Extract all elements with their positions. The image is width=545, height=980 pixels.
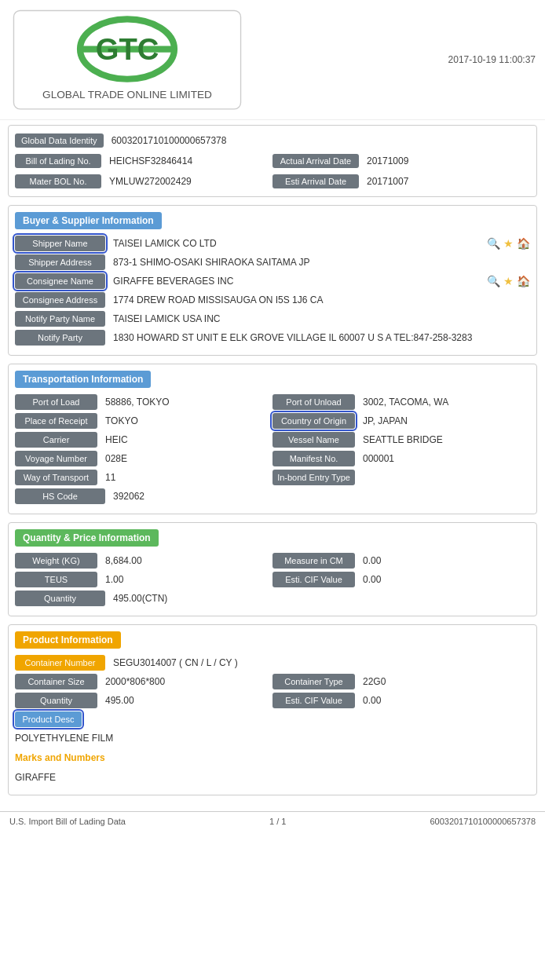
measure-col: Measure in CM 0.00: [272, 553, 530, 569]
manifest-value: 000001: [355, 451, 402, 466]
inbond-label: In-bond Entry Type: [272, 470, 355, 485]
product-qty-cif-row: Quantity 495.00 Esti. CIF Value 0.00: [15, 693, 530, 708]
carrier-label: Carrier: [15, 432, 97, 448]
port-unload-label: Port of Unload: [272, 394, 355, 410]
shipper-name-value: TAISEI LAMICK CO LTD: [105, 236, 225, 251]
place-receipt-label: Place of Receipt: [15, 413, 97, 429]
container-size-label: Container Size: [15, 674, 97, 689]
global-data-identity-label: Global Data Identity: [15, 133, 104, 148]
footer-center: 1 / 1: [269, 817, 286, 826]
bill-lading-row: Bill of Lading No. HEICHSF32846414 Actua…: [15, 151, 530, 171]
container-number-row: Container Number SEGU3014007 ( CN / L / …: [15, 655, 530, 671]
star-icon[interactable]: ★: [503, 237, 514, 250]
voyage-value: 028E: [97, 451, 135, 466]
country-origin-value: JP, JAPAN: [355, 413, 415, 429]
buyer-supplier-header: Buyer & Supplier Information: [15, 212, 162, 229]
consignee-search-icon[interactable]: 🔍: [487, 275, 500, 287]
product-qty-col: Quantity 495.00: [15, 693, 272, 708]
consignee-name-value: GIRAFFE BEVERAGES INC: [105, 273, 241, 289]
footer-right: 6003201710100000657378: [430, 817, 536, 826]
shipper-name-row: Shipper Name TAISEI LAMICK CO LTD 🔍 ★ 🏠: [15, 236, 530, 251]
transportation-header: Transportation Information: [15, 371, 151, 388]
actual-arrival-label: Actual Arrival Date: [272, 154, 359, 168]
carrier-vessel-row: Carrier HEIC Vessel Name SEATTLE BRIDGE: [15, 432, 530, 448]
consignee-address-value: 1774 DREW ROAD MISSISAUGA ON I5S 1J6 CA: [105, 292, 331, 308]
port-unload-value: 3002, TACOMA, WA: [355, 394, 456, 410]
transport-col: Way of Transport 11: [15, 470, 272, 485]
manifest-col: Manifest No. 000001: [272, 451, 530, 466]
product-qty-value: 495.00: [97, 693, 142, 708]
carrier-col: Carrier HEIC: [15, 432, 272, 448]
measure-label: Measure in CM: [272, 553, 355, 569]
consignee-name-label: Consignee Name: [15, 273, 105, 289]
notify-party-name-label: Notify Party Name: [15, 311, 105, 327]
container-size-type-row: Container Size 2000*806*800 Container Ty…: [15, 674, 530, 689]
bill-lading-value: HEICHSF32846414: [101, 153, 200, 169]
port-unload-col: Port of Unload 3002, TACOMA, WA: [272, 394, 530, 410]
vessel-label: Vessel Name: [272, 432, 355, 448]
consignee-icons: 🔍 ★ 🏠: [487, 275, 530, 287]
weight-value: 8,684.00: [97, 553, 150, 569]
global-data-identity-value: 6003201710100000657378: [104, 133, 235, 148]
way-transport-value: 11: [97, 470, 123, 485]
way-transport-label: Way of Transport: [15, 470, 97, 485]
port-row: Port of Load 58886, TOKYO Port of Unload…: [15, 394, 530, 410]
mater-bol-value: YMLUW272002429: [101, 174, 199, 189]
weight-measure-row: Weight (KG) 8,684.00 Measure in CM 0.00: [15, 553, 530, 569]
product-cif-value: 0.00: [355, 693, 389, 708]
global-data-identity-row: Global Data Identity 6003201710100000657…: [15, 130, 530, 151]
marks-value: GIRAFFE: [15, 770, 56, 785]
container-type-value: 22G0: [355, 674, 393, 689]
shipper-icons: 🔍 ★ 🏠: [487, 237, 530, 250]
marks-numbers-row: Marks and Numbers: [15, 749, 530, 766]
home-icon[interactable]: 🏠: [517, 237, 530, 250]
carrier-value: HEIC: [97, 432, 136, 448]
port-load-value: 58886, TOKYO: [97, 394, 177, 410]
actual-arrival-value: 20171009: [359, 153, 416, 169]
bill-lading-label: Bill of Lading No.: [15, 154, 101, 168]
manifest-label: Manifest No.: [272, 451, 355, 466]
inbond-col: In-bond Entry Type: [272, 470, 530, 485]
notify-party-row: Notify Party 1830 HOWARD ST UNIT E ELK G…: [15, 330, 530, 346]
esti-arrival-label: Esti Arrival Date: [272, 174, 359, 188]
product-desc-value-row: POLYETHYLENE FILM: [15, 730, 530, 746]
teus-col: TEUS 1.00: [15, 572, 272, 587]
product-qty-label: Quantity: [15, 693, 97, 708]
page-footer: U.S. Import Bill of Lading Data 1 / 1 60…: [0, 811, 545, 831]
esti-cif-col: Esti. CIF Value 0.00: [272, 572, 530, 587]
product-cif-label: Esti. CIF Value: [272, 693, 355, 708]
bill-lading-pair: Bill of Lading No. HEICHSF32846414: [15, 153, 272, 169]
teus-label: TEUS: [15, 572, 97, 587]
teus-value: 1.00: [97, 572, 131, 587]
esti-cif-value: 0.00: [355, 572, 389, 587]
company-logo: GTC GLOBAL TRADE ONLINE LIMITED: [9, 6, 245, 113]
notify-party-name-value: TAISEI LAMICK USA INC: [105, 311, 228, 327]
timestamp: 2017-10-19 11:00:37: [448, 54, 536, 65]
measure-value: 0.00: [355, 553, 389, 569]
weight-label: Weight (KG): [15, 553, 97, 569]
hs-code-value: 392062: [105, 488, 152, 504]
teus-cif-row: TEUS 1.00 Esti. CIF Value 0.00: [15, 572, 530, 587]
actual-arrival-pair: Actual Arrival Date 20171009: [272, 153, 530, 169]
svg-text:GLOBAL TRADE ONLINE LIMITED: GLOBAL TRADE ONLINE LIMITED: [42, 89, 212, 101]
mater-bol-label: Mater BOL No.: [15, 174, 101, 188]
consignee-name-row: Consignee Name GIRAFFE BEVERAGES INC 🔍 ★…: [15, 273, 530, 289]
voyage-manifest-row: Voyage Number 028E Manifest No. 000001: [15, 451, 530, 466]
container-number-value: SEGU3014007 ( CN / L / CY ): [105, 655, 246, 671]
product-desc-label: Product Desc: [15, 711, 82, 727]
container-type-col: Container Type 22G0: [272, 674, 530, 689]
country-origin-label: Country of Origin: [272, 413, 355, 429]
country-origin-col: Country of Origin JP, JAPAN: [272, 413, 530, 429]
place-receipt-col: Place of Receipt TOKYO: [15, 413, 272, 429]
vessel-value: SEATTLE BRIDGE: [355, 432, 451, 448]
search-icon[interactable]: 🔍: [487, 237, 500, 250]
consignee-home-icon[interactable]: 🏠: [517, 275, 530, 287]
hs-code-label: HS Code: [15, 488, 105, 504]
shipper-address-value: 873-1 SHIMO-OSAKI SHIRAOKA SAITAMA JP: [105, 254, 318, 270]
quantity-label: Quantity: [15, 591, 105, 606]
consignee-star-icon[interactable]: ★: [503, 275, 514, 287]
shipper-address-row: Shipper Address 873-1 SHIMO-OSAKI SHIRAO…: [15, 254, 530, 270]
container-number-label: Container Number: [15, 655, 105, 671]
mater-bol-pair: Mater BOL No. YMLUW272002429: [15, 174, 272, 189]
product-desc-row: Product Desc: [15, 711, 530, 727]
